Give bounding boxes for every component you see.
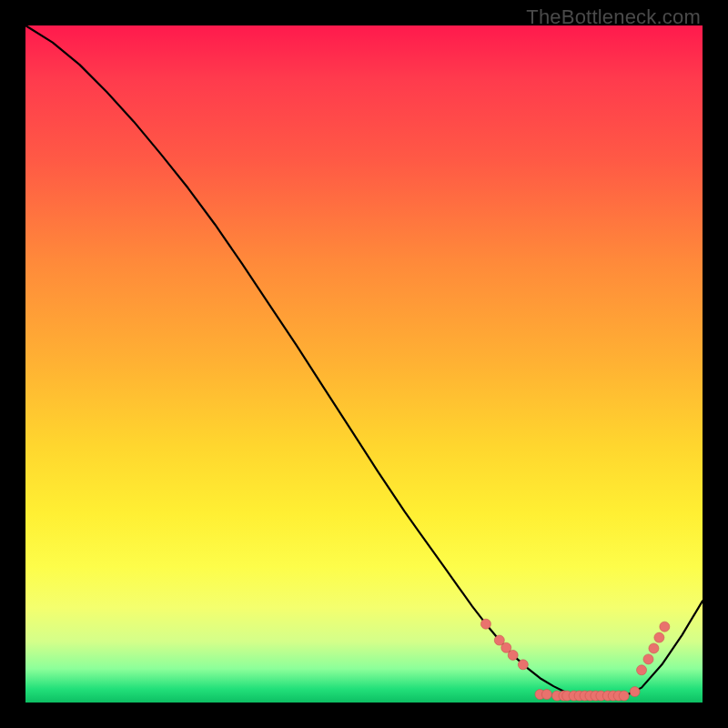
curve-marker: [637, 665, 647, 675]
plot-area: [25, 25, 703, 703]
bottleneck-curve: [25, 25, 703, 696]
curve-marker: [541, 690, 551, 700]
chart-frame: TheBottleneck.com: [0, 0, 728, 728]
chart-svg: [25, 25, 703, 703]
curve-marker: [643, 654, 653, 664]
curve-marker: [660, 622, 670, 632]
watermark-label: TheBottleneck.com: [526, 5, 701, 29]
curve-marker: [480, 619, 490, 629]
curve-marker: [630, 687, 640, 697]
curve-marker: [518, 660, 528, 670]
curve-marker: [654, 632, 664, 642]
curve-marker: [649, 643, 659, 653]
curve-marker: [619, 691, 629, 701]
curve-marker: [508, 650, 518, 660]
